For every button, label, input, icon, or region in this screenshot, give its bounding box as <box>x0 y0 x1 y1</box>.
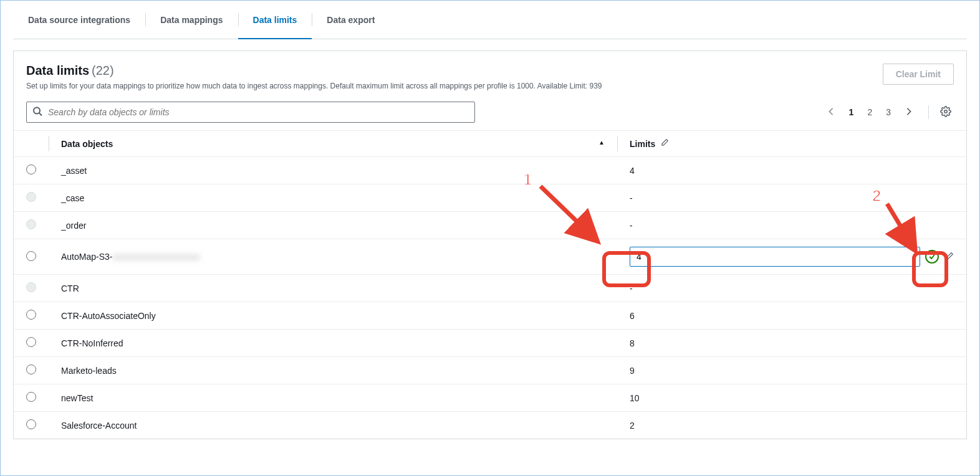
data-object-cell: Salesforce-Account <box>49 412 617 439</box>
data-object-cell: Marketo-leads <box>49 357 617 384</box>
data-object-cell: _order <box>49 212 617 239</box>
row-select-radio <box>26 282 36 292</box>
data-object-cell: _asset <box>49 157 617 184</box>
limit-cell: 8 <box>617 330 966 357</box>
svg-point-0 <box>34 108 40 114</box>
tab-data-mappings[interactable]: Data mappings <box>145 1 238 39</box>
table-settings-button[interactable] <box>938 103 954 121</box>
svg-point-2 <box>944 110 948 113</box>
table-row: CTR-AutoAssociateOnly6 <box>14 302 966 330</box>
limit-cell: - <box>617 184 966 212</box>
page-1[interactable]: 1 <box>847 106 857 118</box>
page-2[interactable]: 2 <box>865 106 875 118</box>
data-object-cell: _case <box>49 184 617 212</box>
pagination: 123 <box>824 103 954 121</box>
limit-cell: - <box>617 275 966 302</box>
row-select-radio[interactable] <box>26 251 36 261</box>
tab-data-source-integrations[interactable]: Data source integrations <box>13 1 145 39</box>
limit-cell <box>617 239 966 275</box>
row-select-radio[interactable] <box>26 310 36 320</box>
page-title: Data limits <box>26 64 89 77</box>
data-object-cell: CTR-NoInferred <box>49 330 617 357</box>
limit-input[interactable] <box>630 247 920 267</box>
limits-column-header[interactable]: Limits <box>617 131 966 157</box>
edit-icon[interactable] <box>945 252 954 262</box>
sort-asc-icon: ▲ <box>598 139 605 146</box>
data-object-cell: CTR <box>49 275 617 302</box>
redacted-text: xxxxxxxxxxxxxxxxxxxx <box>112 252 199 262</box>
tab-data-export[interactable]: Data export <box>312 1 390 39</box>
limit-cell: 2 <box>617 412 966 439</box>
data-object-cell: newTest <box>49 384 617 412</box>
table-row: AutoMap-S3-xxxxxxxxxxxxxxxxxxxx <box>14 239 966 275</box>
limit-cell: 4 <box>617 157 966 184</box>
row-select-radio[interactable] <box>26 164 36 174</box>
data-limits-table: Data objects ▲ Limits _asset4_case-_orde… <box>14 130 966 439</box>
table-row: Marketo-leads9 <box>14 357 966 384</box>
divider <box>928 105 929 119</box>
clear-limit-button[interactable]: Clear Limit <box>883 64 954 85</box>
limit-cell: 9 <box>617 357 966 384</box>
confirm-limit-button[interactable] <box>925 250 939 264</box>
svg-line-1 <box>39 113 42 116</box>
table-row: _case- <box>14 184 966 212</box>
search-input[interactable] <box>26 102 475 123</box>
prev-page-button[interactable] <box>824 105 838 120</box>
table-row: CTR- <box>14 275 966 302</box>
row-select-radio[interactable] <box>26 337 36 347</box>
select-column-header <box>14 131 49 157</box>
tab-bar: Data source integrationsData mappingsDat… <box>13 1 967 39</box>
search-icon <box>32 107 42 118</box>
limit-cell: - <box>617 212 966 239</box>
page-description: Set up limits for your data mappings to … <box>26 82 602 90</box>
data-limits-card: Data limits (22) Set up limits for your … <box>13 50 967 439</box>
title-count: (22) <box>92 64 114 77</box>
tab-data-limits[interactable]: Data limits <box>238 1 312 39</box>
table-row: Salesforce-Account2 <box>14 412 966 439</box>
row-select-radio[interactable] <box>26 419 36 429</box>
edit-icon[interactable] <box>660 139 669 149</box>
page-3[interactable]: 3 <box>883 106 893 118</box>
data-object-cell: AutoMap-S3-xxxxxxxxxxxxxxxxxxxx <box>49 239 617 275</box>
data-object-cell: CTR-AutoAssociateOnly <box>49 302 617 330</box>
row-select-radio <box>26 219 36 229</box>
row-select-radio <box>26 192 36 202</box>
limit-cell: 10 <box>617 384 966 412</box>
limit-cell: 6 <box>617 302 966 330</box>
row-select-radio[interactable] <box>26 392 36 402</box>
row-select-radio[interactable] <box>26 364 36 374</box>
table-row: _asset4 <box>14 157 966 184</box>
next-page-button[interactable] <box>902 105 916 120</box>
table-row: CTR-NoInferred8 <box>14 330 966 357</box>
data-objects-column-header[interactable]: Data objects ▲ <box>49 131 617 157</box>
table-row: newTest10 <box>14 384 966 412</box>
table-row: _order- <box>14 212 966 239</box>
